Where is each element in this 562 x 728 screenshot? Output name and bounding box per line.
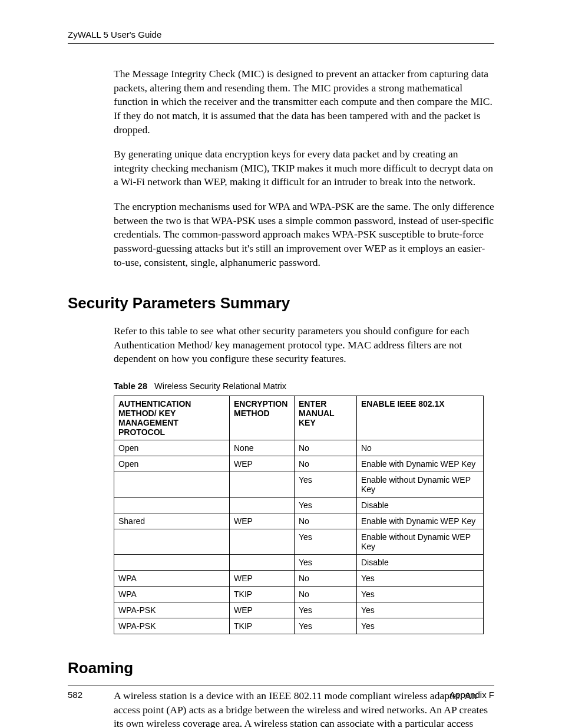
table-row: Yes Disable — [114, 555, 484, 571]
table-header-row: AUTHENTICATION METHOD/ KEY MANAGEMENT PR… — [114, 396, 484, 440]
page-footer: 582 Appendix F — [68, 686, 494, 700]
table-row: WPA-PSK TKIP Yes Yes — [114, 618, 484, 634]
page-header: ZyWALL 5 User's Guide — [68, 29, 494, 44]
table-row: WPA-PSK WEP Yes Yes — [114, 602, 484, 618]
table-row: Yes Disable — [114, 498, 484, 513]
table-row: Yes Enable without Dynamic WEP Key — [114, 472, 484, 498]
body-paragraph: By generating unique data encryption key… — [114, 147, 494, 189]
body-paragraph: The Message Integrity Check (MIC) is des… — [114, 67, 494, 137]
table-caption-text: Wireless Security Relational Matrix — [154, 381, 286, 391]
security-matrix-table: AUTHENTICATION METHOD/ KEY MANAGEMENT PR… — [114, 396, 484, 634]
page-number: 582 — [68, 690, 82, 700]
table-row: WPA TKIP No Yes — [114, 587, 484, 602]
table-row: Open None No No — [114, 440, 484, 456]
col-encryption: ENCRYPTION METHOD — [230, 396, 295, 440]
col-auth: AUTHENTICATION METHOD/ KEY MANAGEMENT PR… — [114, 396, 230, 440]
table-row: WPA WEP No Yes — [114, 571, 484, 587]
body-paragraph: The encryption mechanisms used for WPA a… — [114, 200, 494, 269]
heading-roaming: Roaming — [68, 659, 494, 677]
table-caption: Table 28 Wireless Security Relational Ma… — [114, 381, 494, 391]
appendix-label: Appendix F — [449, 690, 494, 700]
table-row: Shared WEP No Enable with Dynamic WEP Ke… — [114, 513, 484, 529]
col-manual-key: ENTER MANUAL KEY — [295, 396, 357, 440]
table-row: Open WEP No Enable with Dynamic WEP Key — [114, 456, 484, 472]
col-ieee: ENABLE IEEE 802.1X — [357, 396, 484, 440]
heading-security-parameters: Security Parameters Summary — [68, 294, 494, 312]
table-caption-label: Table 28 — [114, 381, 147, 391]
security-intro-paragraph: Refer to this table to see what other se… — [114, 324, 494, 366]
table-row: Yes Enable without Dynamic WEP Key — [114, 529, 484, 555]
header-title: ZyWALL 5 User's Guide — [68, 29, 161, 39]
